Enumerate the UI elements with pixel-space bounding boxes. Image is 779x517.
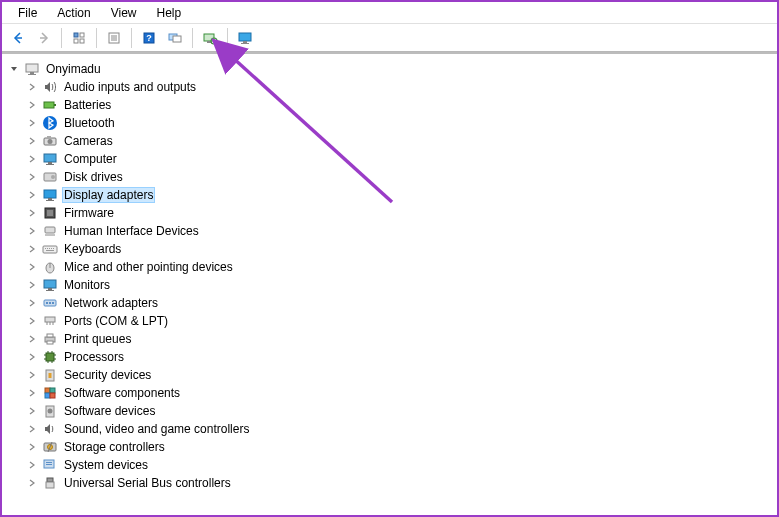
toolbar-scan-hardware-button[interactable] [198,26,222,50]
tree-category-row[interactable]: Cameras [26,132,777,150]
chevron-right-icon[interactable] [26,423,38,435]
cpu-icon [42,349,58,365]
firmware-icon [42,205,58,221]
system-icon [42,457,58,473]
usb-icon [42,475,58,491]
tree-root-label: Onyimadu [44,62,103,76]
tree-category-label: Computer [62,152,119,166]
chevron-right-icon[interactable] [26,207,38,219]
software-component-icon [42,385,58,401]
tree-category-row[interactable]: Sound, video and game controllers [26,420,777,438]
toolbar-show-connect-button[interactable] [67,26,91,50]
toolbar-help-button[interactable]: ? [137,26,161,50]
toolbar-show-hidden-button[interactable] [163,26,187,50]
tree-category-row[interactable]: Print queues [26,330,777,348]
menu-view[interactable]: View [103,5,145,21]
tree-category-row[interactable]: Ports (COM & LPT) [26,312,777,330]
tree-category-row[interactable]: Firmware [26,204,777,222]
tree-category-row[interactable]: Storage controllers [26,438,777,456]
tree-category-row[interactable]: Processors [26,348,777,366]
toolbar-separator [227,28,228,48]
toolbar-forward-button[interactable] [32,26,56,50]
tree-category-row[interactable]: System devices [26,456,777,474]
chevron-right-icon[interactable] [26,387,38,399]
tree-category-row[interactable]: Universal Serial Bus controllers [26,474,777,492]
svg-rect-45 [46,250,54,251]
chevron-right-icon[interactable] [26,81,38,93]
tree-root-node: Onyimadu Audio inputs and outputsBatteri… [8,60,777,492]
svg-rect-39 [43,246,57,253]
chevron-right-icon[interactable] [26,171,38,183]
tree-category-node: Storage controllers [26,438,777,456]
chevron-right-icon[interactable] [26,477,38,489]
port-icon [42,313,58,329]
chevron-right-icon[interactable] [26,369,38,381]
svg-rect-59 [46,353,54,361]
chevron-right-icon[interactable] [26,261,38,273]
chevron-right-icon[interactable] [26,225,38,237]
chevron-right-icon[interactable] [26,315,38,327]
chevron-down-icon[interactable] [8,63,20,75]
chevron-right-icon[interactable] [26,459,38,471]
tree-category-row[interactable]: Human Interface Devices [26,222,777,240]
tree-category-row[interactable]: Keyboards [26,240,777,258]
tree-category-row[interactable]: Software components [26,384,777,402]
menu-help[interactable]: Help [149,5,190,21]
svg-rect-27 [47,136,51,138]
chevron-right-icon[interactable] [26,405,38,417]
toolbar-back-button[interactable] [6,26,30,50]
chevron-right-icon[interactable] [26,189,38,201]
tree-category-row[interactable]: Audio inputs and outputs [26,78,777,96]
tree-category-node: Computer [26,150,777,168]
tree-category-label: Universal Serial Bus controllers [62,476,233,490]
tree-category-row[interactable]: Software devices [26,402,777,420]
svg-rect-71 [45,393,50,398]
chevron-right-icon[interactable] [26,243,38,255]
svg-rect-29 [48,162,52,164]
tree-category-label: Sound, video and game controllers [62,422,251,436]
tree-category-row[interactable]: Mice and other pointing devices [26,258,777,276]
chevron-right-icon[interactable] [26,351,38,363]
tree-category-row[interactable]: Security devices [26,366,777,384]
chevron-right-icon[interactable] [26,333,38,345]
chevron-right-icon[interactable] [26,297,38,309]
tree-pane[interactable]: Onyimadu Audio inputs and outputsBatteri… [2,52,777,515]
tree-category-node: Keyboards [26,240,777,258]
menu-file[interactable]: File [10,5,45,21]
tree-category-label: Network adapters [62,296,160,310]
tree-category-row[interactable]: Computer [26,150,777,168]
chevron-right-icon[interactable] [26,441,38,453]
svg-rect-72 [50,393,55,398]
tree-category-row[interactable]: Bluetooth [26,114,777,132]
tree-category-row[interactable]: Monitors [26,276,777,294]
chevron-right-icon[interactable] [26,135,38,147]
svg-line-15 [216,43,218,45]
toolbar-properties-button[interactable] [102,26,126,50]
chevron-right-icon[interactable] [26,279,38,291]
svg-rect-40 [45,248,46,249]
tree-category-row[interactable]: Display adapters [26,186,777,204]
tree-category-label: Security devices [62,368,153,382]
tree-category-label: Display adapters [62,187,155,203]
tree-category-node: Ports (COM & LPT) [26,312,777,330]
monitor-icon [42,277,58,293]
chevron-right-icon[interactable] [26,117,38,129]
chevron-right-icon[interactable] [26,153,38,165]
tree-root-row[interactable]: Onyimadu [8,60,777,78]
svg-text:?: ? [146,33,152,43]
menu-bar: File Action View Help [2,2,777,24]
tree-category-label: Bluetooth [62,116,117,130]
tree-category-node: Processors [26,348,777,366]
tree-category-node: Batteries [26,96,777,114]
tree-category-row[interactable]: Batteries [26,96,777,114]
svg-rect-81 [46,482,54,488]
svg-rect-69 [45,388,50,393]
tree-category-row[interactable]: Network adapters [26,294,777,312]
tree-category-node: Security devices [26,366,777,384]
chevron-right-icon[interactable] [26,99,38,111]
toolbar-monitor-action-button[interactable] [233,26,257,50]
menu-action[interactable]: Action [49,5,98,21]
tree-category-row[interactable]: Disk drives [26,168,777,186]
svg-rect-78 [46,462,52,463]
svg-rect-23 [54,104,56,106]
